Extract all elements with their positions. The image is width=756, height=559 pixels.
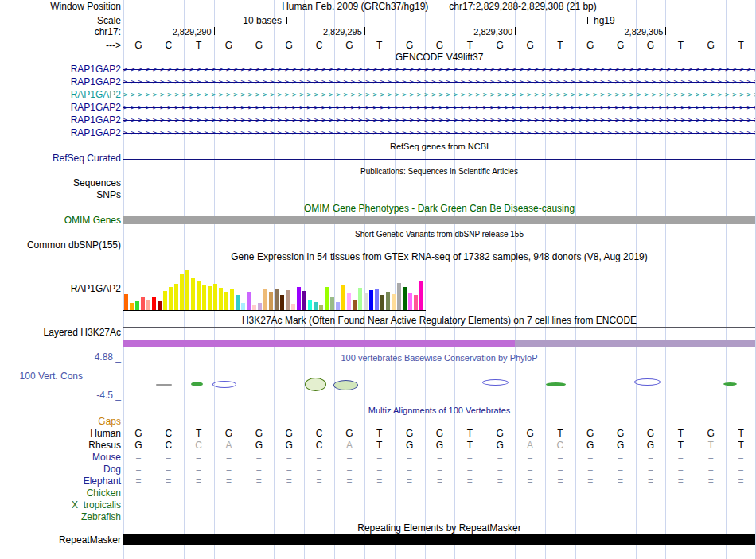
phylop-track-label[interactable]: 100 Vert. Cons bbox=[0, 371, 83, 382]
gtex-tissue-bar[interactable] bbox=[397, 283, 401, 310]
refseq-curated-label[interactable]: RefSeq Curated bbox=[0, 153, 121, 164]
repeatmasker-track-label[interactable]: RepeatMasker bbox=[0, 535, 121, 545]
gtex-tissue-bar[interactable] bbox=[319, 305, 323, 310]
gencode-transcript-row[interactable]: >>>>>>>>>>>>>>>>>>>>>>>>>>>>>>>>>>>>>>>>… bbox=[123, 63, 755, 76]
gencode-transcript-row[interactable]: >>>>>>>>>>>>>>>>>>>>>>>>>>>>>>>>>>>>>>>>… bbox=[123, 101, 755, 114]
gtex-tissue-bar[interactable] bbox=[308, 300, 312, 310]
multiz-alignment-row[interactable] bbox=[123, 499, 756, 511]
gencode-gene-label[interactable]: RAP1GAP2 bbox=[0, 77, 121, 87]
omim-gene-bar[interactable] bbox=[123, 216, 755, 224]
gtex-tissue-bar[interactable] bbox=[208, 286, 212, 310]
h3k27ac-signal-segment[interactable] bbox=[515, 340, 755, 347]
gtex-tissue-bar[interactable] bbox=[414, 295, 418, 310]
gtex-tissue-bar[interactable] bbox=[369, 290, 373, 310]
gtex-tissue-bar[interactable] bbox=[152, 297, 156, 310]
gtex-gene-label[interactable]: RAP1GAP2 bbox=[0, 284, 121, 294]
omim-genes-label[interactable]: OMIM Genes bbox=[0, 215, 121, 226]
gtex-tissue-bar[interactable] bbox=[252, 305, 256, 310]
gtex-tissue-bar[interactable] bbox=[408, 293, 412, 310]
gtex-tissue-bar[interactable] bbox=[325, 287, 329, 310]
refseq-transcript-line[interactable] bbox=[123, 159, 755, 160]
multiz-alignment-row[interactable] bbox=[123, 511, 756, 523]
gtex-tissue-bar[interactable] bbox=[419, 281, 423, 310]
gtex-tissue-bar[interactable] bbox=[280, 295, 284, 310]
gtex-tissue-bar[interactable] bbox=[230, 289, 234, 310]
sequences-track-label[interactable]: Sequences bbox=[0, 178, 121, 188]
multiz-alignment-row[interactable]: ===================== bbox=[123, 476, 756, 487]
h3k27ac-track-label[interactable]: Layered H3K27Ac bbox=[0, 328, 121, 338]
multiz-species-label[interactable]: Human bbox=[0, 429, 121, 439]
gencode-gene-label[interactable]: RAP1GAP2 bbox=[0, 128, 121, 138]
gtex-tissue-bar[interactable] bbox=[302, 291, 306, 310]
gencode-transcript-row[interactable]: >>>>>>>>>>>>>>>>>>>>>>>>>>>>>>>>>>>>>>>>… bbox=[123, 114, 755, 126]
repeatmasker-bar[interactable] bbox=[123, 534, 755, 545]
gtex-expression-chart[interactable] bbox=[124, 267, 423, 310]
gtex-tissue-bar[interactable] bbox=[347, 293, 351, 310]
gtex-tissue-bar[interactable] bbox=[219, 288, 223, 310]
multiz-alignment-row[interactable]: GCCAGGCATGGTGACGGGTTT bbox=[123, 440, 756, 452]
gencode-transcript-row[interactable]: >>>>>>>>>>>>>>>>>>>>>>>>>>>>>>>>>>>>>>>>… bbox=[123, 126, 755, 139]
multiz-alignment-row[interactable] bbox=[123, 487, 756, 499]
gtex-tissue-bar[interactable] bbox=[269, 292, 273, 310]
dbsnp-track-label[interactable]: Common dbSNP(155) bbox=[0, 240, 121, 250]
gtex-tissue-bar[interactable] bbox=[380, 295, 384, 310]
gtex-tissue-bar[interactable] bbox=[392, 294, 396, 310]
gtex-tissue-bar[interactable] bbox=[141, 297, 145, 310]
gtex-tissue-bar[interactable] bbox=[341, 285, 345, 310]
gtex-tissue-bar[interactable] bbox=[224, 292, 228, 310]
gtex-tissue-bar[interactable] bbox=[185, 270, 189, 310]
gtex-tissue-bar[interactable] bbox=[386, 292, 390, 310]
gtex-tissue-bar[interactable] bbox=[213, 284, 217, 310]
multiz-alignment-row[interactable] bbox=[123, 416, 756, 428]
gtex-tissue-bar[interactable] bbox=[197, 281, 201, 310]
gtex-tissue-bar[interactable] bbox=[353, 300, 357, 310]
gtex-tissue-bar[interactable] bbox=[364, 293, 368, 310]
gtex-tissue-bar[interactable] bbox=[297, 287, 301, 310]
gencode-gene-label[interactable]: RAP1GAP2 bbox=[0, 64, 121, 75]
gtex-tissue-bar[interactable] bbox=[174, 284, 178, 310]
multiz-species-label[interactable]: Rhesus bbox=[0, 441, 121, 451]
gtex-tissue-bar[interactable] bbox=[336, 302, 340, 310]
gencode-transcript-row[interactable]: >>>>>>>>>>>>>>>>>>>>>>>>>>>>>>>>>>>>>>>>… bbox=[123, 88, 755, 101]
gtex-tissue-bar[interactable] bbox=[291, 304, 295, 310]
multiz-species-label[interactable]: Elephant bbox=[0, 476, 121, 487]
multiz-species-label[interactable]: X_tropicalis bbox=[0, 500, 121, 510]
gtex-tissue-bar[interactable] bbox=[330, 297, 334, 310]
gtex-tissue-bar[interactable] bbox=[241, 303, 245, 310]
gtex-tissue-bar[interactable] bbox=[180, 274, 184, 310]
gtex-tissue-bar[interactable] bbox=[202, 285, 206, 310]
gencode-gene-label[interactable]: RAP1GAP2 bbox=[0, 115, 121, 126]
gtex-tissue-bar[interactable] bbox=[124, 294, 128, 310]
gtex-tissue-bar[interactable] bbox=[236, 295, 240, 310]
phylop-conservation-area[interactable] bbox=[123, 374, 755, 401]
gtex-tissue-bar[interactable] bbox=[358, 288, 362, 310]
gtex-tissue-bar[interactable] bbox=[130, 303, 134, 310]
gtex-tissue-bar[interactable] bbox=[403, 287, 407, 310]
h3k27ac-signal-segment[interactable] bbox=[123, 340, 515, 347]
reference-sequence-row[interactable]: GCTGGGCGTGGTGGTGGGTGT bbox=[123, 40, 756, 52]
gtex-tissue-bar[interactable] bbox=[158, 301, 162, 310]
multiz-species-label[interactable]: Dog bbox=[0, 464, 121, 475]
multiz-species-label[interactable]: Chicken bbox=[0, 488, 121, 499]
gtex-tissue-bar[interactable] bbox=[191, 278, 195, 310]
multiz-species-label[interactable]: Zebrafish bbox=[0, 512, 121, 522]
gtex-tissue-bar[interactable] bbox=[286, 290, 290, 310]
snps-track-label[interactable]: SNPs bbox=[0, 190, 121, 200]
multiz-species-label[interactable]: Gaps bbox=[0, 417, 121, 427]
gencode-gene-label[interactable]: RAP1GAP2 bbox=[0, 103, 121, 113]
gtex-tissue-bar[interactable] bbox=[314, 302, 318, 310]
gtex-tissue-bar[interactable] bbox=[375, 289, 379, 310]
gencode-transcript-row[interactable]: >>>>>>>>>>>>>>>>>>>>>>>>>>>>>>>>>>>>>>>>… bbox=[123, 76, 755, 88]
gtex-tissue-bar[interactable] bbox=[247, 292, 251, 310]
gtex-tissue-bar[interactable] bbox=[163, 291, 167, 310]
multiz-species-label[interactable]: Mouse bbox=[0, 452, 121, 463]
multiz-alignment-row[interactable]: GCTGGGCGTGGTGGTGGGTGT bbox=[123, 428, 756, 440]
gtex-tissue-bar[interactable] bbox=[135, 301, 139, 310]
gtex-tissue-bar[interactable] bbox=[146, 300, 150, 310]
multiz-alignment-row[interactable]: ===================== bbox=[123, 464, 756, 476]
multiz-alignment-row[interactable]: ===================== bbox=[123, 452, 756, 464]
gtex-tissue-bar[interactable] bbox=[275, 289, 279, 310]
gtex-tissue-bar[interactable] bbox=[263, 289, 267, 310]
gtex-tissue-bar[interactable] bbox=[169, 287, 173, 310]
gencode-gene-label[interactable]: RAP1GAP2 bbox=[0, 90, 121, 100]
